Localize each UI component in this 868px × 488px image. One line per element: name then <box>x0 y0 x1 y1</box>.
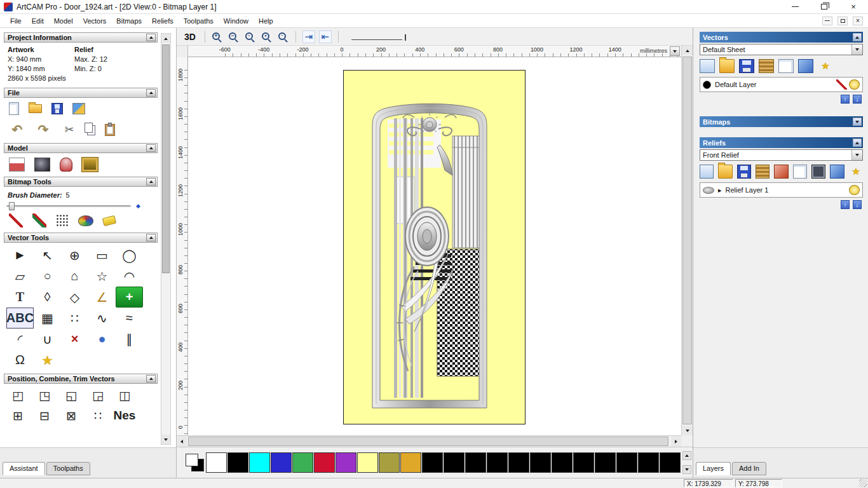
collapse-vectors-button[interactable] <box>853 33 862 41</box>
collapse-vector-button[interactable] <box>146 234 156 241</box>
model-lighting-icon[interactable] <box>9 158 25 172</box>
copy-relief-layer-icon[interactable] <box>793 165 807 179</box>
palette-swatch-15[interactable] <box>530 452 551 473</box>
minimize-button[interactable] <box>780 0 810 13</box>
copy-vector-sheet-icon[interactable] <box>778 59 794 73</box>
new-vector-layer-icon[interactable] <box>700 59 715 73</box>
menu-edit[interactable]: Edit <box>27 15 49 27</box>
menu-model[interactable]: Model <box>49 15 78 27</box>
create-text-icon[interactable]: T <box>6 287 34 308</box>
relief-layer-options-icon[interactable]: ★ <box>849 165 863 179</box>
align-top-icon[interactable]: ◱ <box>62 388 80 403</box>
scroll-down-button[interactable] <box>161 435 170 444</box>
fillet-icon[interactable]: ◜ <box>6 329 34 349</box>
vector-sheet-dropdown[interactable]: Default Sheet <box>700 44 863 55</box>
vector-sheet-3d-icon[interactable] <box>798 59 813 73</box>
collapse-project-button[interactable] <box>146 34 156 41</box>
save-relief-layer-icon[interactable] <box>737 165 751 179</box>
save-model-icon[interactable] <box>51 103 63 114</box>
canvas-horizontal-scrollbar[interactable] <box>177 435 681 447</box>
new-relief-layer-icon[interactable] <box>700 165 714 179</box>
zoom-in-icon[interactable]: + <box>212 32 220 40</box>
subtract-vectors-icon[interactable]: ⊟ <box>36 408 53 423</box>
select-vectors-icon[interactable]: ► <box>6 245 34 266</box>
palette-swatch-9[interactable] <box>400 452 421 473</box>
snap-to-grid-icon[interactable]: ⇥ <box>302 30 315 43</box>
create-polygon-icon[interactable]: ⌂ <box>61 266 88 287</box>
expander-icon[interactable]: ▸ <box>718 186 722 194</box>
model-material-icon[interactable] <box>60 158 72 172</box>
palette-swatch-21[interactable] <box>660 452 681 473</box>
palette-swatch-19[interactable] <box>616 452 637 473</box>
scrollbar-thumb[interactable] <box>188 437 668 446</box>
layer-visibility-icon[interactable] <box>849 79 860 90</box>
palette-swatch-18[interactable] <box>595 452 616 473</box>
measure-icon[interactable]: ∠ <box>88 287 116 308</box>
paste-icon[interactable] <box>105 124 115 136</box>
palette-swatch-20[interactable] <box>638 452 659 473</box>
palette-swatch-12[interactable] <box>465 452 486 473</box>
canvas-vertical-scrollbar[interactable] <box>681 46 693 435</box>
new-model-icon[interactable] <box>9 102 19 115</box>
palette-swatch-7[interactable] <box>357 452 378 473</box>
section-vector-icon[interactable]: Ω <box>6 349 34 370</box>
spin-3d-icon[interactable]: ● <box>88 329 116 349</box>
align-bottom-icon[interactable]: ◲ <box>89 388 107 403</box>
palette-swatch-3[interactable] <box>271 452 292 473</box>
eraser-icon[interactable] <box>102 215 117 226</box>
weld-vectors-icon[interactable]: ⊞ <box>9 408 27 423</box>
paste-along-curve-icon[interactable]: ∿ <box>88 308 116 329</box>
move-layer-up-button[interactable]: ↑ <box>841 95 850 104</box>
menu-help[interactable]: Help <box>254 15 278 27</box>
menu-vectors[interactable]: Vectors <box>78 15 112 27</box>
child-close-button[interactable]: × <box>853 17 863 25</box>
layer-colour-swatch[interactable] <box>703 81 711 89</box>
scroll-up-button[interactable] <box>161 34 170 43</box>
tab-add-in[interactable]: Add In <box>732 462 766 475</box>
palette-scroll-up-button[interactable] <box>682 451 691 460</box>
array-copy-icon[interactable]: ∷ <box>89 408 107 423</box>
primary-secondary-colour-swatch[interactable] <box>184 452 205 473</box>
align-right-icon[interactable]: ◳ <box>36 388 53 403</box>
open-relief-layer-icon[interactable] <box>718 165 732 179</box>
wrap-text-icon[interactable]: ◊ <box>34 287 61 308</box>
palette-swatch-16[interactable] <box>552 452 573 473</box>
create-ellipse-icon[interactable]: ◯ <box>116 245 143 266</box>
relief-visibility-icon[interactable] <box>849 185 860 195</box>
ruler-units-dropdown[interactable] <box>670 46 680 56</box>
paint-spray-icon[interactable] <box>56 214 69 227</box>
close-button[interactable]: × <box>839 0 868 13</box>
collapse-bitmap-button[interactable] <box>146 178 156 186</box>
vector-layer-row[interactable]: Default Layer <box>700 78 862 92</box>
expand-bitmaps-button[interactable] <box>853 118 862 126</box>
palette-swatch-8[interactable] <box>379 452 400 473</box>
snap-to-object-icon[interactable]: ⇤ <box>319 30 332 43</box>
palette-swatch-4[interactable] <box>292 452 313 473</box>
relief-dropdown[interactable]: Front Relief <box>700 149 863 161</box>
child-minimize-button[interactable] <box>822 17 832 25</box>
transform-vectors-icon[interactable]: ⊕ <box>61 245 88 266</box>
menu-reliefs[interactable]: Reliefs <box>147 15 179 27</box>
redo-icon[interactable]: ↷ <box>35 121 51 138</box>
palette-swatch-6[interactable] <box>336 452 356 473</box>
collapse-reliefs-button[interactable] <box>853 139 862 147</box>
scroll-up-button[interactable] <box>682 46 693 55</box>
scrollbar-thumb[interactable] <box>162 44 170 273</box>
copy-icon[interactable] <box>85 123 93 133</box>
palette-swatch-10[interactable] <box>422 452 443 473</box>
move-relief-down-button[interactable]: ↓ <box>853 200 862 209</box>
menu-window[interactable]: Window <box>219 15 254 27</box>
palette-swatch-17[interactable] <box>573 452 594 473</box>
zoom-fit-icon[interactable]: ▪ <box>262 32 269 40</box>
relief-layer-row[interactable]: ▸ Relief Layer 1 <box>700 183 862 197</box>
edit-shape-icon[interactable]: ▱ <box>6 266 34 287</box>
maximize-button[interactable] <box>810 0 839 13</box>
menu-file[interactable]: File <box>5 15 27 27</box>
import-icon[interactable] <box>72 103 85 114</box>
palette-swatch-1[interactable] <box>227 452 248 473</box>
move-layer-down-button[interactable]: ↓ <box>853 95 862 104</box>
drawing-canvas[interactable] <box>188 57 681 435</box>
collapse-model-button[interactable] <box>146 144 156 152</box>
switch-3d-view-button[interactable]: 3D <box>182 31 198 43</box>
tab-assistant[interactable]: Assistant <box>3 462 45 475</box>
